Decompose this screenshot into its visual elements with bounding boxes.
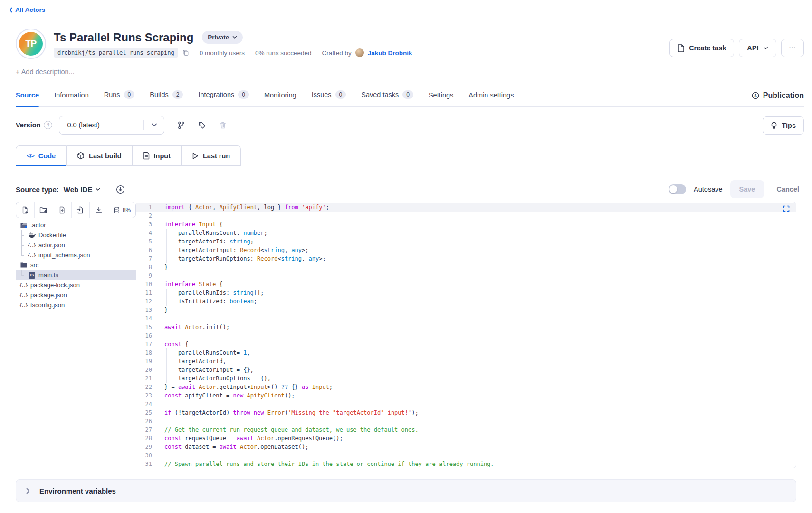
code-line[interactable]: 3interface Input { [136,220,796,229]
cancel-button[interactable]: Cancel [772,180,804,198]
subtab-last-run[interactable]: Last run [182,145,241,166]
folder-open-icon [19,222,28,229]
copy-icon[interactable] [182,49,189,57]
code-line[interactable]: 18 parallelRunsCount= 1, [136,348,796,357]
create-task-button[interactable]: Create task [669,39,734,57]
tab-issues[interactable]: Issues0 [312,90,346,106]
source-type-dropdown[interactable]: Web IDE [64,185,101,194]
code-line[interactable]: 19 targetActorId, [136,357,796,366]
tree-item-package-lock-json[interactable]: package-lock.json [16,280,136,290]
chevron-down-icon [96,188,100,191]
tab-saved-tasks[interactable]: Saved tasks0 [361,90,413,106]
code-line[interactable]: 1import { Actor, ApifyClient, log } from… [136,203,796,212]
code-line[interactable]: 24 [136,400,796,408]
tab-admin-settings[interactable]: Admin settings [468,91,514,106]
tree-item-actor-folder[interactable]: .actor [16,220,136,230]
tree-item-dockerfile[interactable]: Dockerfile [16,230,136,240]
tab-settings[interactable]: Settings [429,91,453,106]
create-task-label: Create task [689,44,726,52]
code-line[interactable]: 7 targetActorRunOptions: Record<string, … [136,254,796,263]
breadcrumb[interactable]: All Actors [9,6,45,13]
tab-source[interactable]: Source [16,91,39,106]
tab-builds[interactable]: Builds2 [150,90,183,106]
line-number: 4 [136,229,152,237]
code-line[interactable]: 6 targetActorInput: Record<string, any>; [136,246,796,254]
code-line[interactable]: 27// Get the current run request queue a… [136,426,796,434]
code-line[interactable]: 5 targetActorId: string; [136,237,796,246]
code-line[interactable]: 12 isInitialized: boolean; [136,297,796,306]
tree-item-input-schema-json[interactable]: input_schema.json [16,250,136,260]
tree-item-src[interactable]: src [16,260,136,270]
subtab-last-build[interactable]: Last build [67,145,132,166]
issues-count-badge: 0 [335,90,346,99]
code-line[interactable]: 15await Actor.init(); [136,323,796,331]
code-editor[interactable]: 1import { Actor, ApifyClient, log } from… [136,202,796,468]
code-line[interactable]: 26 [136,417,796,426]
git-branch-icon[interactable] [177,121,185,129]
code-line[interactable]: 13} [136,306,796,314]
tree-item-tsconfig-json[interactable]: tsconfig.json [16,300,136,310]
code-line[interactable]: 17const { [136,340,796,348]
upload-file-icon[interactable] [53,202,71,218]
code-text: } [152,263,168,271]
code-line[interactable]: 16 [136,331,796,340]
subtab-input[interactable]: Input [133,145,182,166]
tips-label: Tips [782,122,796,129]
code-line[interactable]: 23const apifyClient = new ApifyClient(); [136,391,796,400]
new-folder-icon[interactable] [34,202,53,218]
runs-succeeded-stat: 0% runs succeeded [255,49,312,57]
code-line[interactable]: 11 parallelRunIds: string[]; [136,289,796,297]
code-line[interactable]: 10interface State { [136,280,796,289]
code-line[interactable]: 8} [136,263,796,271]
save-button[interactable]: Save [730,180,764,198]
code-line[interactable]: 2 [136,212,796,220]
tag-icon[interactable] [198,121,206,129]
code-text: parallelRunsCount: number; [152,229,267,237]
tab-integrations[interactable]: Integrations0 [198,90,248,106]
delete-version-icon[interactable] [219,121,227,129]
code-text: targetActorId, [152,357,226,366]
more-actions-button[interactable]: ··· [781,39,804,57]
autosave-toggle[interactable] [669,184,686,194]
author-link[interactable]: Jakub Drobník [368,49,412,57]
subtab-code[interactable]: </> Code [16,145,67,166]
tab-information[interactable]: Information [54,91,89,106]
code-line[interactable]: 14 [136,314,796,323]
environment-variables-title: Environment variables [39,487,116,495]
help-icon[interactable]: ? [44,121,52,129]
version-select[interactable]: 0.0 (latest) [59,116,164,135]
package-icon [77,152,85,160]
environment-variables-panel[interactable]: Environment variables [16,479,796,502]
download-all-icon[interactable] [89,202,108,218]
header-actions: Create task API ··· [669,39,804,57]
publication-link[interactable]: $ Publication [752,91,804,106]
tree-item-package-json[interactable]: package.json [16,290,136,300]
tab-monitoring[interactable]: Monitoring [264,91,296,106]
line-number: 5 [136,237,152,246]
crafted-by-label: Crafted by [322,49,352,57]
code-line[interactable]: 9 [136,271,796,280]
code-line[interactable]: 31// Spawn parallel runs and store their… [136,460,796,468]
code-line[interactable]: 29const dataset = await Actor.openDatase… [136,443,796,451]
file-toolbar: 8% [16,202,136,218]
api-button[interactable]: API [739,39,776,57]
code-line[interactable]: 21 targetActorRunOptions = {}, [136,374,796,383]
code-line[interactable]: 4 parallelRunsCount: number; [136,229,796,237]
line-number: 1 [136,203,152,212]
code-line[interactable]: 28const requestQueue = await Actor.openR… [136,434,796,443]
tab-runs[interactable]: Runs0 [104,90,135,106]
tree-item-actor-json[interactable]: actor.json [16,240,136,250]
add-description[interactable]: + Add description... [16,68,75,76]
code-line[interactable]: 30 [136,451,796,460]
tips-button[interactable]: Tips [763,116,804,135]
fullscreen-icon[interactable] [783,205,790,212]
code-line[interactable]: 20 targetActorInput = {}, [136,366,796,374]
code-line[interactable]: 25if (!targetActorId) throw new Error('M… [136,408,796,417]
new-file-icon[interactable] [16,202,34,218]
code-text: const { [152,340,189,348]
code-line[interactable]: 22} = await Actor.getInput<Input>() ?? {… [136,383,796,391]
download-source-icon[interactable] [116,185,125,194]
import-file-icon[interactable] [71,202,90,218]
tree-item-main-ts[interactable]: main.ts [16,270,136,280]
visibility-dropdown[interactable]: Private [202,31,243,44]
